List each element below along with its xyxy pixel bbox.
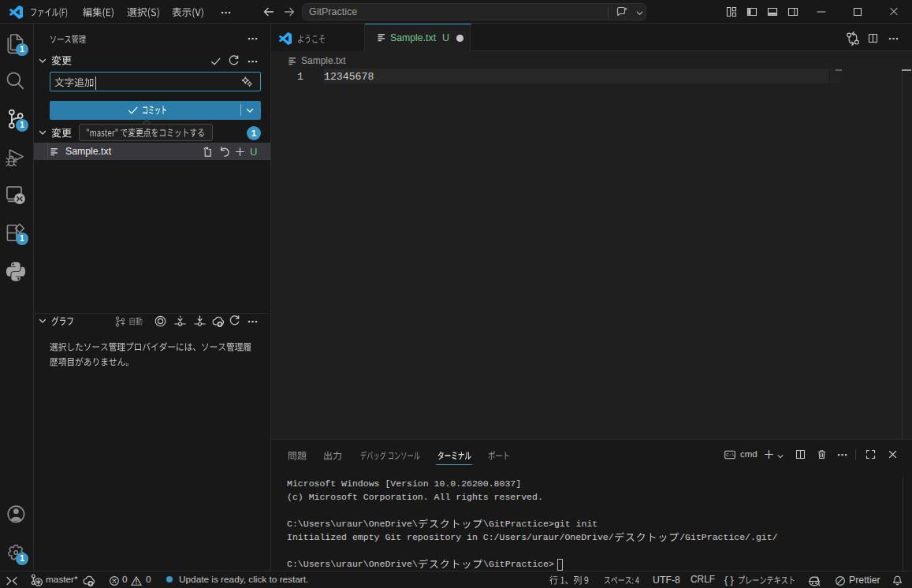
svg-text:C:\: C:\ [726, 452, 735, 458]
